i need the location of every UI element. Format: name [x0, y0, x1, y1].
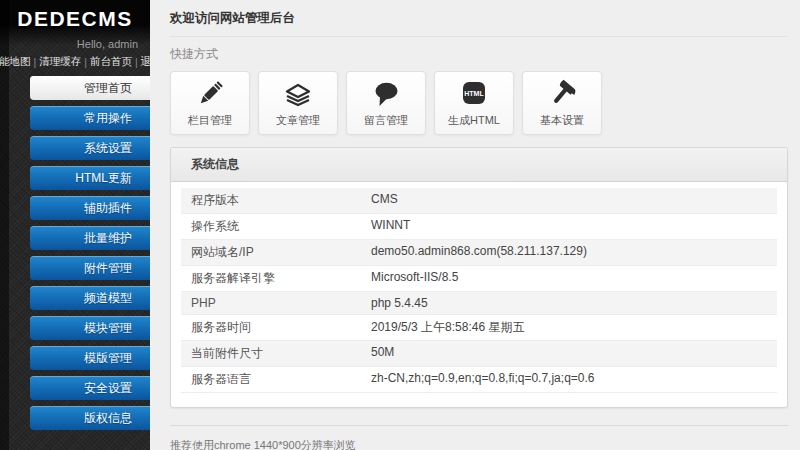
table-row: 操作系统 WINNT: [181, 214, 777, 240]
info-value: demo50.admin868.com(58.211.137.129): [371, 244, 767, 261]
link-sitemap[interactable]: 功能地图: [0, 55, 30, 69]
info-value: 2019/5/3 上午8:58:46 星期五: [371, 319, 767, 336]
pencil-icon: [194, 78, 226, 110]
info-value: Microsoft-IIS/8.5: [371, 270, 767, 287]
quick-action-article-manage[interactable]: 文章管理: [258, 71, 338, 135]
quick-action-label: 栏目管理: [188, 113, 232, 128]
table-row: 服务器时间 2019/5/3 上午8:58:46 星期五: [181, 315, 777, 341]
quick-action-label: 基本设置: [540, 113, 584, 128]
sidebar-item-plugins[interactable]: 辅助插件: [30, 196, 150, 220]
sidebar: DEDECMS Hello, admin 功能地图 | 清理缓存 | 前台首页 …: [0, 0, 150, 450]
quick-action-label: 文章管理: [276, 113, 320, 128]
system-info-panel: 系统信息 程序版本 CMS 操作系统 WINNT 网站域名/IP demo50.…: [170, 147, 788, 408]
sidebar-item-copyright[interactable]: 版权信息: [30, 406, 150, 430]
info-label: 操作系统: [191, 218, 371, 235]
info-label: 程序版本: [191, 192, 371, 209]
info-label: PHP: [191, 296, 371, 310]
link-separator: |: [33, 56, 36, 68]
info-label: 当前附件尺寸: [191, 345, 371, 362]
system-info-title: 系统信息: [171, 148, 787, 182]
sidebar-menu: 管理首页 常用操作 系统设置 HTML更新 辅助插件 批量维护 附件管理 频道模…: [0, 76, 150, 430]
sidebar-item-attachments[interactable]: 附件管理: [30, 256, 150, 280]
link-separator: |: [135, 56, 138, 68]
quick-action-comment-manage[interactable]: 留言管理: [346, 71, 426, 135]
info-value: 50M: [371, 345, 767, 362]
quick-action-label: 生成HTML: [448, 113, 500, 128]
sidebar-item-system-settings[interactable]: 系统设置: [30, 136, 150, 160]
sidebar-item-channel-models[interactable]: 频道模型: [30, 286, 150, 310]
table-row: 当前附件尺寸 50M: [181, 341, 777, 367]
page-title: 欢迎访问网站管理后台: [170, 10, 788, 37]
html-icon: HTML: [458, 78, 490, 110]
sidebar-item-templates[interactable]: 模版管理: [30, 346, 150, 370]
link-logout[interactable]: 退出: [141, 55, 150, 69]
info-label: 服务器语言: [191, 371, 371, 388]
app-logo: DEDECMS: [0, 0, 150, 31]
info-value: zh-CN,zh;q=0.9,en;q=0.8,fi;q=0.7,ja;q=0.…: [371, 371, 767, 388]
info-label: 服务器解译引擎: [191, 270, 371, 287]
link-frontend-home[interactable]: 前台首页: [90, 55, 132, 69]
table-row: 程序版本 CMS: [181, 188, 777, 214]
quick-action-basic-settings[interactable]: 基本设置: [522, 71, 602, 135]
shortcut-section-label: 快捷方式: [170, 46, 788, 63]
svg-text:HTML: HTML: [464, 90, 484, 97]
quick-action-label: 留言管理: [364, 113, 408, 128]
sidebar-item-html-update[interactable]: HTML更新: [30, 166, 150, 190]
info-label: 网站域名/IP: [191, 244, 371, 261]
info-value: WINNT: [371, 218, 767, 235]
user-greeting: Hello, admin: [0, 38, 150, 50]
quick-action-generate-html[interactable]: HTML 生成HTML: [434, 71, 514, 135]
table-row: 服务器语言 zh-CN,zh;q=0.9,en;q=0.8,fi;q=0.7,j…: [181, 367, 777, 393]
comment-icon: [370, 78, 402, 110]
sidebar-item-batch-maintenance[interactable]: 批量维护: [30, 226, 150, 250]
system-info-table: 程序版本 CMS 操作系统 WINNT 网站域名/IP demo50.admin…: [171, 182, 787, 407]
quick-action-column-manage[interactable]: 栏目管理: [170, 71, 250, 135]
table-row: PHP php 5.4.45: [181, 292, 777, 315]
link-separator: |: [84, 56, 87, 68]
quick-actions: 栏目管理 文章管理 留言管理 HTML 生成HTML: [170, 71, 788, 135]
sidebar-item-common-ops[interactable]: 常用操作: [30, 106, 150, 130]
sidebar-item-admin-home[interactable]: 管理首页: [30, 76, 150, 100]
sidebar-item-modules[interactable]: 模块管理: [30, 316, 150, 340]
info-value: php 5.4.45: [371, 296, 767, 310]
link-clear-cache[interactable]: 清理缓存: [39, 55, 81, 69]
sidebar-top-links: 功能地图 | 清理缓存 | 前台首页 | 退出: [0, 55, 150, 69]
sidebar-item-security[interactable]: 安全设置: [30, 376, 150, 400]
table-row: 服务器解译引擎 Microsoft-IIS/8.5: [181, 266, 777, 292]
info-label: 服务器时间: [191, 319, 371, 336]
browser-recommendation: 推荐使用chrome 1440*900分辨率浏览: [170, 438, 788, 450]
footer-divider: [170, 425, 788, 426]
info-value: CMS: [371, 192, 767, 209]
hammer-icon: [546, 78, 578, 110]
table-row: 网站域名/IP demo50.admin868.com(58.211.137.1…: [181, 240, 777, 266]
documents-icon: [282, 78, 314, 110]
main-content: 欢迎访问网站管理后台 快捷方式 栏目管理 文章管理: [150, 0, 800, 450]
